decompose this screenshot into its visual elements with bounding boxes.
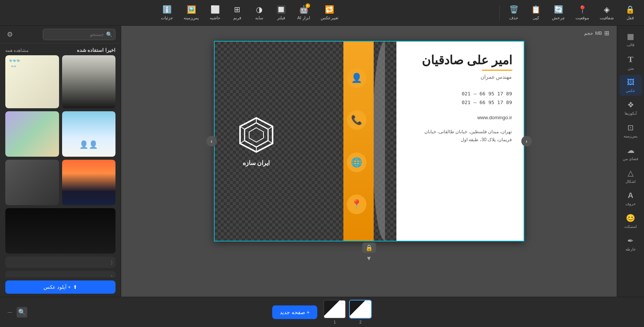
page-1-number: 1 <box>334 320 336 324</box>
photo-dark-person[interactable] <box>62 55 116 108</box>
canvas-arrow-right[interactable]: › <box>521 136 532 146</box>
card-right-side: امیر علی صادقیان مهندس عمران 021 – 66 95… <box>396 42 524 241</box>
toolbar-details[interactable]: ℹ️ جزئیات <box>157 3 177 23</box>
lock-icon-bottom[interactable]: 🔒 <box>362 243 376 253</box>
transparency-icon: ◈ <box>604 5 610 14</box>
toolbar-filter[interactable]: 🔲 فیلتر <box>271 3 290 23</box>
toolbar-shadow[interactable]: ◑ سایه <box>249 3 268 23</box>
logo-text: ایران سازه <box>237 159 275 167</box>
transparency-label: شفافیت <box>600 16 614 20</box>
toolbar-delete[interactable]: 🗑️ حذف <box>504 3 523 23</box>
business-card[interactable]: 👤 📞 🌐 📍 <box>214 41 524 241</box>
toolbar-background[interactable]: 🖼️ پس‌زمینه <box>180 3 203 23</box>
add-page-label: + صفحه جدید <box>280 309 310 315</box>
page-thumbnails: ··· 1 ··· 2 <box>323 300 372 324</box>
card-left-side: 👤 📞 🌐 📍 <box>215 42 396 241</box>
text-label: متن <box>628 66 634 70</box>
sidebar-item-shapes[interactable]: △ اشکال <box>619 165 642 187</box>
toolbar-change-image[interactable]: 🔁 تغییرعکس <box>317 3 342 23</box>
ai-icon: 🤖✦ <box>299 5 309 14</box>
toolbar-ai-tools[interactable]: 🤖✦ ابزار AI <box>293 3 313 23</box>
card-address-line1: تهران، میدان فلسطین، خیابان طالقانی، خیا… <box>408 128 512 136</box>
details-label: جزئیات <box>161 16 173 20</box>
photo-dark-scene[interactable] <box>5 208 115 254</box>
copy-label: کپی <box>533 16 539 20</box>
toolbar-position[interactable]: 📍 موقعیت <box>572 3 593 23</box>
sidebar-item-fonts[interactable]: A حروف <box>619 188 642 209</box>
page-2-thumbnail[interactable]: ··· <box>349 300 372 319</box>
zoom-out-button[interactable]: 🔍 <box>17 307 27 318</box>
shadow-label: سایه <box>255 16 263 20</box>
search-input[interactable] <box>43 29 115 40</box>
page-2-dots[interactable]: ··· <box>367 302 370 306</box>
page-1-dots[interactable]: ··· <box>341 302 344 306</box>
hexagon-svg <box>237 116 275 154</box>
photos-panel: 🔍 ⚙ اخیرا استفاده شده مشاهده همه 🐦🐦🐦 🐟🐟 <box>0 26 121 297</box>
right-sidebar: ▦ قالب T متن 🖼 عکس ❖ آیکون‌ها ⊡ پس‌زمینه… <box>617 26 644 297</box>
lock-icon: 🔒 <box>625 5 635 14</box>
fonts-icon: A <box>628 191 633 200</box>
shapes-icon: △ <box>628 168 633 178</box>
pen-label: خارطه <box>625 247 636 251</box>
my-space-label: فضای من <box>623 157 638 161</box>
canvas-arrow-left[interactable]: ‹ <box>206 136 217 146</box>
pen-icon: ✒ <box>627 236 634 245</box>
sidebar-item-my-space[interactable]: ☁ فضای من <box>619 143 642 164</box>
background-icon: 🖼️ <box>187 5 196 14</box>
frame-label: فریم <box>233 16 241 20</box>
toolbar-border[interactable]: ⬜ حاشیه <box>206 3 225 23</box>
upload-photo-button[interactable]: ⬆ + آپلود عکس <box>5 280 115 294</box>
shadow-icon: ◑ <box>256 5 262 14</box>
photo-item-8[interactable]: ) <box>5 271 115 277</box>
recently-used-header: اخیرا استفاده شده مشاهده همه <box>0 44 121 55</box>
top-toolbar: 🔒 قفل ◈ شفافیت 📍 موقعیت 🔄 چرخش 📋 کپی 🗑️ … <box>0 0 644 26</box>
template-label: قالب <box>627 43 635 47</box>
toolbar-lock[interactable]: 🔒 قفل <box>621 3 639 23</box>
border-icon: ⬜ <box>211 5 220 14</box>
sidebar-item-photo[interactable]: 🖼 عکس <box>619 75 642 96</box>
photo-sky[interactable]: 👤👤 <box>62 111 116 157</box>
page-2-item: ··· 2 <box>349 300 372 324</box>
search-icon: 🔍 <box>106 31 112 37</box>
main-area: 🔍 ⚙ اخیرا استفاده شده مشاهده همه 🐦🐦🐦 🐟🐟 <box>0 26 644 297</box>
change-image-icon: 🔁 <box>325 5 334 14</box>
toolbar-rotate[interactable]: 🔄 چرخش <box>548 3 569 23</box>
toolbar-transparency[interactable]: ◈ شفافیت <box>596 3 617 23</box>
rotate-label: چرخش <box>552 16 565 20</box>
card-website: www.domingo.ir <box>408 115 512 120</box>
card-phone2: 021 – 66 95 17 89 <box>408 98 512 107</box>
position-icon: 📍 <box>578 5 587 14</box>
photo-item-7[interactable]: ) <box>5 257 115 268</box>
page-1-thumbnail[interactable]: ··· <box>323 300 346 319</box>
view-all-link[interactable]: مشاهده همه <box>5 48 28 53</box>
details-icon: ℹ️ <box>162 5 172 14</box>
frame-icon: ⊞ <box>234 5 240 14</box>
sidebar-item-icons[interactable]: ❖ آیکون‌ها <box>619 97 642 118</box>
shapes-label: اشکال <box>625 179 636 184</box>
photo-bridge[interactable] <box>62 160 116 205</box>
sidebar-item-sticker[interactable]: 😊 استیکت <box>619 210 642 232</box>
globe-icon: 🌐 <box>347 153 366 172</box>
filter-button[interactable]: ⚙ <box>5 29 14 40</box>
change-image-label: تغییرعکس <box>321 16 338 20</box>
photo-birds[interactable]: 🐦🐦🐦 🐟🐟 <box>5 55 59 108</box>
fonts-label: حروف <box>625 202 636 206</box>
sidebar-item-background[interactable]: ⊡ پس‌زمینه <box>619 120 642 141</box>
card-address: تهران، میدان فلسطین، خیابان طالقانی، خیا… <box>408 128 512 144</box>
border-label: حاشیه <box>210 16 220 20</box>
toolbar-frame[interactable]: ⊞ فریم <box>228 3 246 23</box>
add-page-button[interactable]: + صفحه جدید <box>272 305 317 319</box>
photo-gradient-purple[interactable] <box>5 111 59 157</box>
toolbar-copy[interactable]: 📋 کپی <box>526 3 545 23</box>
photo-dark-gradient[interactable] <box>5 160 59 205</box>
ai-tools-label: ابزار AI <box>297 16 310 20</box>
delete-icon: 🗑️ <box>509 5 519 14</box>
icons-icon: ❖ <box>627 100 634 109</box>
volume-bar: ⊞ MB حجم <box>584 30 609 37</box>
photos-grid: 🐦🐦🐦 🐟🐟 👤👤 <box>0 55 121 277</box>
sidebar-item-pen[interactable]: ✒ خارطه <box>619 233 642 254</box>
phone-icon: 📞 <box>347 110 366 130</box>
position-label: موقعیت <box>575 16 589 20</box>
sidebar-item-template[interactable]: ▦ قالب <box>619 29 642 50</box>
sidebar-item-text[interactable]: T متن <box>619 51 642 73</box>
